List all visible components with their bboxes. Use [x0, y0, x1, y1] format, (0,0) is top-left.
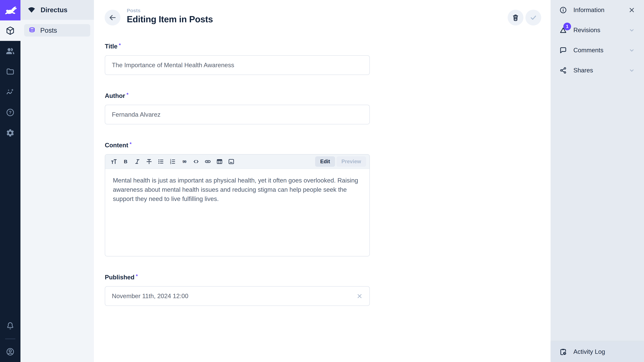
help-icon: ? — [6, 108, 15, 117]
comment-icon — [559, 46, 567, 54]
chevron-down-icon — [628, 67, 635, 74]
table-icon — [216, 158, 223, 165]
numbered-list-button[interactable]: 1 2 3 — [167, 156, 178, 167]
main-content: Posts Editing Item in Posts — [94, 0, 550, 362]
field-published: Published* — [105, 274, 370, 306]
rabbit-logo-icon — [4, 4, 16, 16]
module-files[interactable] — [0, 61, 20, 82]
table-button[interactable] — [214, 156, 225, 167]
activity-log-label: Activity Log — [574, 348, 605, 355]
module-insights[interactable] — [0, 82, 20, 102]
module-docs[interactable]: ? — [0, 102, 20, 123]
svg-text:99: 99 — [182, 159, 186, 164]
svg-text:?: ? — [9, 110, 12, 115]
link-icon — [204, 158, 211, 165]
chevron-down-icon — [628, 27, 635, 34]
directus-logo[interactable] — [0, 0, 20, 20]
nav-sidebar: Directus Posts — [20, 0, 94, 362]
title-label: Title — [105, 43, 118, 50]
activity-log-button[interactable]: Activity Log — [550, 342, 644, 362]
chevron-down-icon — [628, 47, 635, 54]
clipboard-clock-icon — [559, 348, 567, 356]
heading-icon — [110, 158, 118, 165]
module-users[interactable] — [0, 41, 20, 61]
title-input[interactable] — [105, 55, 370, 75]
header-actions — [508, 10, 541, 25]
field-label: Published* — [105, 274, 370, 281]
numbered-list-icon: 1 2 3 — [169, 158, 176, 165]
link-button[interactable] — [202, 156, 213, 167]
field-label: Author* — [105, 92, 370, 99]
database-icon — [28, 26, 36, 34]
nav-item-label: Posts — [40, 27, 57, 34]
gear-icon — [6, 128, 15, 137]
sidebar-section-information[interactable]: Information — [550, 0, 644, 20]
delete-button[interactable] — [508, 10, 524, 25]
cube-icon — [6, 26, 15, 35]
insights-icon — [6, 87, 15, 96]
required-marker: * — [119, 42, 121, 48]
page-title: Editing Item in Posts — [127, 14, 213, 25]
notifications-button[interactable] — [0, 316, 20, 336]
code-icon — [192, 158, 200, 165]
italic-icon — [134, 158, 141, 165]
fan-icon — [27, 5, 36, 14]
edit-form: Title* Author* Content* — [94, 25, 370, 306]
expand-revisions[interactable] — [628, 27, 635, 34]
required-marker: * — [130, 141, 132, 147]
content-textarea[interactable]: Mental health is just as important as ph… — [105, 169, 370, 256]
strikethrough-button[interactable] — [144, 156, 154, 167]
right-sidebar: Information 1 Revisions — [550, 0, 644, 362]
bulleted-list-button[interactable] — [156, 156, 166, 167]
bell-icon — [6, 322, 15, 331]
blockquote-button[interactable]: 99 — [179, 156, 190, 167]
close-sidebar-button[interactable] — [628, 6, 635, 13]
project-name: Directus — [40, 6, 68, 14]
breadcrumb[interactable]: Posts — [127, 7, 213, 14]
bold-button[interactable]: B — [120, 156, 131, 167]
sidebar-section-revisions[interactable]: 1 Revisions — [550, 20, 644, 40]
save-button[interactable] — [526, 10, 541, 25]
share-icon — [559, 66, 567, 74]
italic-button[interactable] — [132, 156, 143, 167]
expand-comments[interactable] — [628, 47, 635, 54]
field-label: Content* — [105, 142, 370, 149]
svg-text:B: B — [124, 159, 128, 164]
svg-text:3: 3 — [170, 162, 171, 165]
account-circle-icon — [6, 347, 15, 356]
arrow-left-icon — [108, 13, 116, 22]
clear-date-button[interactable] — [356, 293, 363, 300]
page-header: Posts Editing Item in Posts — [94, 0, 550, 25]
code-button[interactable] — [191, 156, 202, 167]
image-button[interactable] — [226, 156, 237, 167]
module-bar-divider — [5, 339, 16, 339]
users-icon — [6, 46, 15, 56]
module-bar: ? — [0, 0, 20, 362]
expand-shares[interactable] — [628, 67, 635, 74]
account-button[interactable] — [0, 342, 20, 362]
published-input[interactable] — [105, 286, 370, 306]
field-author: Author* — [105, 92, 370, 124]
back-button[interactable] — [105, 10, 120, 25]
check-icon — [529, 13, 537, 22]
preview-tab[interactable]: Preview — [336, 156, 366, 167]
bulleted-list-icon — [157, 158, 164, 165]
sidebar-section-label: Comments — [574, 47, 604, 54]
published-input-wrap — [105, 286, 370, 306]
sidebar-section-shares[interactable]: Shares — [550, 60, 644, 80]
module-content[interactable] — [0, 20, 20, 41]
project-header[interactable]: Directus — [20, 0, 94, 20]
sidebar-item-posts[interactable]: Posts — [24, 24, 90, 36]
edit-tab[interactable]: Edit — [315, 156, 335, 167]
module-bar-bottom — [0, 316, 20, 362]
module-settings[interactable] — [0, 123, 20, 143]
required-marker: * — [126, 92, 128, 97]
sidebar-section-comments[interactable]: Comments — [550, 40, 644, 60]
heading-button[interactable] — [108, 156, 119, 167]
directus-app: ? — [0, 0, 644, 362]
author-input[interactable] — [105, 105, 370, 124]
bold-icon: B — [122, 158, 129, 165]
field-title: Title* — [105, 43, 370, 75]
field-content: Content* B — [105, 142, 370, 256]
sidebar-section-label: Revisions — [574, 27, 600, 34]
